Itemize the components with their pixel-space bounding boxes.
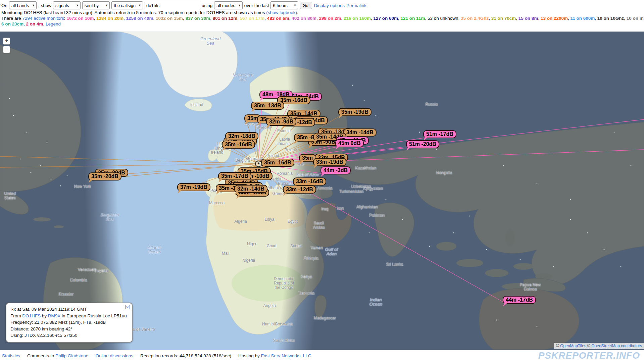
sender-callsign-link[interactable]: DO1HFS bbox=[22, 313, 41, 318]
city-light-dot bbox=[537, 326, 538, 327]
band-count: 2 on 4m bbox=[26, 21, 43, 27]
map-attribution: © OpenMapTiles © OpenStreetMap contribut… bbox=[554, 343, 644, 349]
band-count: 483 on 6m bbox=[267, 16, 289, 21]
city-light-dot bbox=[369, 232, 370, 234]
city-light-dot bbox=[429, 246, 430, 247]
footer-text: — bbox=[133, 353, 140, 358]
popup-from-line: From DO1HFS by RM9X in European Russia L… bbox=[10, 313, 129, 319]
reception-balloon[interactable]: 33m -19dB bbox=[313, 158, 346, 166]
band-count: 837 on 30m bbox=[186, 16, 210, 21]
popup-rx-time: Rx at Sat, 09 Mar 2024 11:19:14 GMT bbox=[10, 306, 129, 313]
modes-select[interactable]: all modes▼ bbox=[214, 1, 243, 9]
copyright-text: © bbox=[556, 344, 560, 348]
permalink-link[interactable]: Permalink bbox=[346, 3, 366, 8]
reception-report-popup: ✕ Rx at Sat, 09 Mar 2024 11:19:14 GMT Fr… bbox=[6, 303, 133, 343]
fastserv-link[interactable]: Fast Serv Networks, LLC bbox=[261, 353, 311, 358]
city-light-dot bbox=[376, 115, 377, 116]
reception-balloon[interactable]: 44m -3dB bbox=[320, 166, 351, 174]
philip-gladstone-link[interactable]: Philip Gladstone bbox=[55, 353, 88, 358]
active-monitors-link[interactable]: 7294 active monitors bbox=[22, 16, 64, 21]
popup-software: Using: JTDX v2.2.160-rc5 57f350 bbox=[10, 332, 129, 339]
reception-balloon[interactable]: 35m -13dB bbox=[251, 102, 284, 110]
pskreporter-watermark: PSKREPORTER.INFO bbox=[538, 350, 640, 361]
band-count: 11 on 600m bbox=[570, 16, 595, 21]
reception-balloon[interactable]: 35m -16dB bbox=[261, 159, 294, 167]
using-label: using bbox=[202, 3, 212, 8]
band-count: 402 on 80m bbox=[292, 16, 316, 21]
query-controls: On all bands▼ , show signals▼ sent by▼ t… bbox=[0, 0, 644, 10]
city-light-dot bbox=[13, 115, 14, 116]
receiver-callsign-link[interactable]: RM9X bbox=[48, 313, 61, 318]
display-options-link[interactable]: Display options bbox=[314, 3, 345, 8]
map-canvas[interactable]: Greenland SeaNorwegian SeaSargasso SeaAt… bbox=[0, 32, 644, 350]
band-count: 10 on invalid bbox=[627, 16, 644, 21]
signal-path bbox=[258, 125, 269, 164]
copyright-text: © bbox=[586, 344, 592, 348]
city-light-dot bbox=[537, 183, 538, 184]
transmitter-marker[interactable]: ϟ bbox=[255, 161, 262, 167]
band-count: 53 on unknown bbox=[428, 16, 458, 21]
band-count: 1032 on 15m bbox=[156, 16, 183, 21]
city-light-dot bbox=[587, 232, 588, 234]
reception-balloon[interactable]: 32m -9dB bbox=[266, 118, 296, 126]
statistics-link[interactable]: Statistics bbox=[2, 353, 20, 358]
city-light-dot bbox=[503, 165, 504, 166]
band-count: 298 on 2m bbox=[319, 16, 341, 21]
openmaptiles-link[interactable]: OpenMapTiles bbox=[560, 344, 586, 348]
callsign-mode-select[interactable]: the callsign▼ bbox=[111, 1, 143, 9]
online-discussions-link[interactable]: Online discussions bbox=[95, 353, 133, 358]
city-light-dot bbox=[402, 219, 403, 220]
signals-select[interactable]: signals▼ bbox=[53, 1, 81, 9]
reception-balloon[interactable]: 45m 0dB bbox=[335, 139, 364, 147]
go-button[interactable]: Go! bbox=[300, 2, 312, 9]
monitors-line-1: There are 7294 active monitors: 1672 on … bbox=[0, 15, 644, 21]
status-text: Monitoring DO1HFS (last heard 32 mins ag… bbox=[1, 10, 266, 15]
zoom-in-button[interactable]: + bbox=[3, 38, 10, 45]
reception-balloon[interactable]: 35m -16dB bbox=[222, 141, 255, 149]
band-count: 6 on 23cm bbox=[1, 21, 23, 27]
openstreetmap-link[interactable]: OpenStreetMap contributors bbox=[591, 344, 642, 348]
legend-link[interactable]: Legend bbox=[46, 21, 61, 27]
status-line: Monitoring DO1HFS (last heard 32 mins ag… bbox=[0, 10, 644, 15]
band-count: 567 on 17m bbox=[240, 16, 265, 21]
city-light-dot bbox=[419, 132, 420, 133]
on-label: On bbox=[1, 3, 7, 8]
reception-balloon[interactable]: 44m -17dB bbox=[503, 296, 536, 304]
city-light-dot bbox=[614, 132, 615, 133]
reception-balloon[interactable]: 35m -19dB bbox=[338, 108, 371, 116]
band-count: 1384 on 20m bbox=[96, 16, 123, 21]
chevron-down-icon: ▼ bbox=[105, 4, 108, 7]
band-count: 13 on 2200m bbox=[541, 16, 568, 21]
reception-records-count: Reception records: 44,718,524,928 (518/s… bbox=[140, 353, 231, 358]
sentby-select[interactable]: sent by▼ bbox=[82, 1, 110, 9]
reception-balloon[interactable]: 35m -20dB bbox=[88, 172, 121, 180]
reception-balloon[interactable]: 32m -18dB bbox=[225, 132, 258, 140]
callsign-input[interactable] bbox=[145, 2, 200, 9]
map-zoom-controls: + − bbox=[3, 38, 10, 54]
reception-balloon[interactable]: 33m -16dB bbox=[293, 177, 326, 186]
reception-balloon[interactable]: 32m -14dB bbox=[234, 185, 267, 193]
show-label: , show bbox=[38, 3, 51, 8]
overlast-label: over the last bbox=[244, 3, 269, 8]
city-light-dot bbox=[9, 98, 10, 99]
band-count: 1672 on 10m bbox=[66, 16, 94, 21]
city-light-dot bbox=[453, 232, 454, 234]
reception-balloon[interactable]: 33m -12dB bbox=[283, 186, 316, 194]
show-logbook-link[interactable]: (show logbook) bbox=[266, 10, 297, 15]
band-count: 10 on 10Ghz bbox=[597, 16, 624, 21]
signal-path bbox=[0, 156, 258, 164]
city-light-dot bbox=[40, 165, 41, 166]
page-footer: Statistics — Comments to Philip Gladston… bbox=[0, 350, 644, 362]
city-light-dot bbox=[20, 159, 21, 160]
city-light-dot bbox=[352, 85, 353, 86]
zoom-out-button[interactable]: − bbox=[3, 46, 10, 53]
reception-balloon[interactable]: 34m -14dB bbox=[343, 128, 377, 137]
band-select[interactable]: all bands▼ bbox=[9, 1, 37, 9]
reception-balloon[interactable]: 51m -17dB bbox=[423, 130, 456, 138]
hours-select[interactable]: 6 hours▼ bbox=[270, 1, 298, 9]
reception-balloon[interactable]: 37m -19dB bbox=[177, 183, 210, 191]
close-icon[interactable]: ✕ bbox=[125, 305, 130, 309]
city-light-dot bbox=[570, 219, 571, 220]
reception-balloon[interactable]: 51m -20dB bbox=[406, 140, 439, 148]
band-count: 216 on 160m bbox=[344, 16, 371, 21]
